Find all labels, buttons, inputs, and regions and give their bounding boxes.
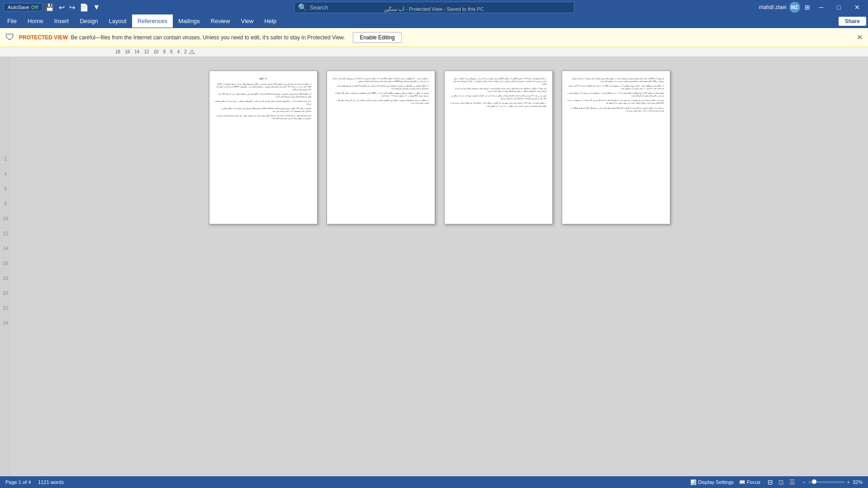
autosave-label: AutoSave (8, 5, 29, 10)
sidebar-num-4: 4 (4, 171, 7, 176)
protected-view-bar: 🛡 PROTECTED VIEW Be careful—files from t… (0, 28, 868, 47)
undo-icon[interactable]: ↩ (59, 3, 65, 12)
status-right: 📊 Display Settings 📖 Focus ⊟ ⊡ ☰ − + 32% (690, 478, 863, 487)
focus-button[interactable]: 📖 Focus (739, 479, 760, 485)
zoom-minus-button[interactable]: − (802, 479, 805, 485)
page1-para5: ایران کارخانه‌ای علمی در سال ۱۳۹۵ در ارا… (215, 114, 312, 120)
tab-insert[interactable]: Insert (49, 14, 75, 28)
page3-para3: ایران نیز در دهه ۱۳۸۰ شمسی اقدام به احدا… (450, 95, 547, 100)
tab-home[interactable]: Home (22, 14, 49, 28)
page3-para2: رشد تولید آب سنگین در سال‌های بعد از جنگ… (450, 87, 547, 93)
autosave-toggle[interactable]: AutoSave Off (4, 3, 43, 11)
title-bar-left: AutoSave Off 💾 ↩ ↪ 📄 ▼ (4, 3, 100, 12)
tab-mailings[interactable]: Mailings (173, 14, 205, 28)
page2-para1: در طبیعت از هر ۳۲۰۰۰ مولکول آب یکی از آن… (332, 77, 429, 83)
ribbon: File Home Insert Design Layout Reference… (0, 14, 868, 28)
user-info: mahdi ziaei MZ (759, 2, 800, 13)
tab-design[interactable]: Design (74, 14, 103, 28)
zoom-track[interactable] (808, 481, 844, 483)
ruler-mark-2: 2 (182, 49, 189, 54)
ruler-mark-14: 14 (132, 49, 142, 54)
page1-title: آب سنگین (215, 77, 312, 81)
display-settings-button[interactable]: 📊 Display Settings (690, 479, 734, 485)
ruler-indent-left[interactable]: ⧍ (189, 48, 195, 56)
tab-layout[interactable]: Layout (104, 14, 132, 28)
zoom-thumb[interactable] (812, 479, 816, 484)
enable-editing-button[interactable]: Enable Editing (353, 32, 401, 43)
pages-row: آب سنگین آب سنگین آبی است که به جای هیدر… (209, 71, 670, 224)
ribbon-tabs: File Home Insert Design Layout Reference… (0, 14, 868, 28)
save-icon[interactable]: 💾 (45, 3, 54, 12)
user-name: mahdi ziaei (759, 4, 787, 10)
user-avatar[interactable]: MZ (789, 2, 800, 13)
search-icon: 🔍 (298, 3, 307, 12)
tab-help[interactable]: Help (259, 14, 282, 28)
layout-icon[interactable]: ⊞ (805, 4, 810, 11)
zoom-control: − + 32% (802, 479, 863, 485)
page1-content: آب سنگین آبی است که به جای هیدروژن معمول… (215, 83, 312, 91)
title-bar: AutoSave Off 💾 ↩ ↪ 📄 ▼ 🔍 آب سنگین - Prot… (0, 0, 868, 14)
sidebar-num-2: 2 (4, 156, 7, 161)
document-canvas[interactable]: آب سنگین آب سنگین آبی است که به جای هیدر… (11, 57, 868, 476)
zoom-plus-button[interactable]: + (847, 479, 850, 485)
sidebar-num-8: 8 (4, 201, 7, 206)
close-button[interactable]: ✕ (850, 3, 864, 12)
page2-para3: همچنین آب سنگین در تحقیقات پزشکی و بیولو… (332, 92, 429, 97)
tab-review[interactable]: Review (205, 14, 236, 28)
sidebar-num-18: 18 (3, 276, 8, 281)
zoom-level: 32% (853, 479, 863, 485)
left-sidebar: 2 4 6 8 10 12 14 16 18 20 22 24 (0, 57, 11, 476)
page4-para1: این نوع از آب (D₂O) به دلیل داشتن خواص ف… (568, 77, 664, 83)
autosave-state: Off (31, 5, 38, 10)
page1-para3: از آن تاریخ تا استفاده از آن در رآکتورها… (215, 100, 312, 105)
customize-icon[interactable]: ▼ (93, 3, 100, 11)
close-protected-bar-button[interactable]: ✕ (857, 33, 863, 42)
page4-para3: نقطه انجماد آب سنگین ۳/۸۲ درجه سانتیگراد… (568, 92, 664, 97)
view-print-button[interactable]: ⊟ (766, 478, 775, 487)
status-bar: Page 1 of 4 1121 words 📊 Display Setting… (0, 476, 868, 488)
sidebar-num-24: 24 (3, 321, 8, 326)
ruler-content: 18 16 14 12 10 8 6 4 2 ⧍ (113, 48, 195, 56)
sidebar-num-16: 16 (3, 261, 8, 266)
tab-references[interactable]: References (132, 14, 173, 28)
protected-label: PROTECTED VIEW Be careful—files from the… (19, 34, 345, 41)
main-area: 2 4 6 8 10 12 14 16 18 20 22 24 آب سنگین… (0, 57, 868, 476)
shield-icon: 🛡 (5, 32, 14, 43)
document-page-2[interactable]: در طبیعت از هر ۳۲۰۰۰ مولکول آب یکی از آن… (327, 71, 435, 224)
view-read-button[interactable]: ☰ (787, 478, 797, 487)
ruler-mark-10: 10 (152, 49, 161, 54)
status-left: Page 1 of 4 1121 words (5, 479, 64, 485)
sidebar-num-22: 22 (3, 306, 8, 311)
page3-para1: در آغاز آمریکایی‌ها در سال ۱۹۳۹ به همراه… (450, 77, 547, 85)
ruler-mark-6: 6 (168, 49, 175, 54)
maximize-button[interactable]: □ (833, 3, 845, 12)
view-buttons: ⊟ ⊡ ☰ (766, 478, 797, 487)
ruler-mark-8: 8 (161, 49, 168, 54)
new-doc-icon[interactable]: 📄 (80, 3, 89, 12)
ruler-mark-16: 16 (123, 49, 132, 54)
ruler-mark-12: 12 (142, 49, 151, 54)
page1-para4: همچنین در سال ۱۹۳۲، گیلبرت نیوتون لوئیس … (215, 107, 312, 113)
page-indicator: Page 1 of 4 (5, 479, 31, 485)
sidebar-num-10: 10 (3, 216, 8, 221)
document-page-1[interactable]: آب سنگین آب سنگین آبی است که به جای هیدر… (209, 71, 318, 224)
title-bar-quick-access: 💾 ↩ ↪ 📄 ▼ (45, 3, 100, 12)
page3-para4: در توافق برجام که در سال ۱۳۹۴ به امضاء ر… (450, 102, 547, 107)
minimize-button[interactable]: ─ (815, 3, 828, 12)
redo-icon[interactable]: ↪ (69, 3, 75, 12)
ruler-mark-4: 4 (175, 49, 182, 54)
view-web-button[interactable]: ⊡ (777, 478, 786, 487)
page4-para2: آب سنگین با وزن مولکولی حدود ۲۰ گرم بر م… (568, 85, 664, 90)
ruler: 18 16 14 12 10 8 6 4 2 ⧍ (0, 47, 868, 57)
share-button[interactable]: Share (839, 17, 866, 26)
tab-view[interactable]: View (235, 14, 259, 28)
tab-file[interactable]: File (2, 14, 22, 28)
document-page-4[interactable]: این نوع از آب (D₂O) به دلیل داشتن خواص ف… (562, 71, 670, 224)
title-bar-right: mahdi ziaei MZ ⊞ ─ □ ✕ (759, 2, 864, 13)
page4-para4: مصرف آب سنگین به مقدار زیاد برای موجودات… (568, 99, 664, 104)
sidebar-num-12: 12 (3, 231, 8, 236)
document-page-3[interactable]: در آغاز آمریکایی‌ها در سال ۱۹۳۹ به همراه… (444, 71, 553, 224)
sidebar-num-6: 6 (4, 186, 7, 191)
page4-para5: در نتیجه به آب سنگین به صورت ماده‌ای است… (568, 107, 664, 112)
word-count: 1121 words (38, 479, 64, 485)
